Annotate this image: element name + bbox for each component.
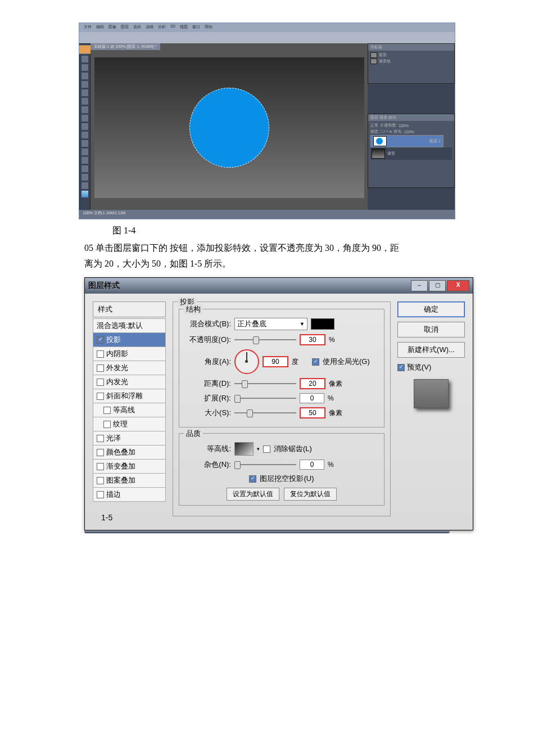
checkbox-icon[interactable] — [97, 463, 104, 470]
style-inner-shadow[interactable]: 内阴影 — [93, 347, 166, 361]
marquee-tool-icon — [82, 56, 88, 62]
quality-group: 品质 等高线: ▾ 消除锯齿(L) 杂色(N): — [179, 433, 384, 506]
dialog-buttons: 确定 取消 新建样式(W)... 预览(V) — [397, 302, 465, 522]
style-bevel-emboss[interactable]: 斜面和浮雕 — [93, 389, 166, 403]
menu-item: 文件 — [84, 24, 92, 31]
panels-column: 导航器 前景 背景色 图层 通道 路径 正常 不透明度: 100% — [368, 43, 455, 212]
style-blending-options[interactable]: 混合选项:默认 — [93, 318, 166, 333]
paragraph: 05 单击图层窗口下的 按钮，添加投影特效，设置不透亮度为 30，角度为 90，… — [84, 240, 450, 256]
brush-tool-icon — [82, 98, 88, 105]
shadow-group: 投影 结构 混合模式(B): 正片叠底 ▼ — [173, 302, 391, 516]
chevron-down-icon[interactable]: ▾ — [257, 446, 260, 452]
style-list: 样式 混合选项:默认 投影 内阴影 外发光 内发光 斜面和浮雕 等高线 纹理 光… — [93, 302, 166, 522]
blend-mode: 正常 — [370, 123, 378, 128]
spread-input[interactable]: 0 — [300, 393, 324, 403]
angle-dial[interactable] — [234, 349, 259, 374]
style-drop-shadow[interactable]: 投影 — [93, 333, 166, 347]
style-stroke[interactable]: 描边 — [93, 488, 166, 502]
checkbox-icon[interactable] — [97, 350, 104, 358]
checkbox-icon[interactable] — [97, 449, 104, 456]
checkbox-icon[interactable] — [103, 407, 111, 414]
eraser-tool-icon — [82, 115, 88, 122]
figure-label-1-5: 1-5 — [101, 513, 112, 522]
photoshop-screenshot-1: 文件 编辑 图像 图层 选择 滤镜 分析 3D 视图 窗口 帮助 — [79, 22, 455, 219]
checkbox-icon[interactable] — [97, 491, 104, 498]
lasso-tool-icon — [82, 64, 88, 71]
blend-mode-row: 混合模式(B): 正片叠底 ▼ — [185, 318, 378, 330]
style-contour[interactable]: 等高线 — [93, 403, 166, 417]
knockout-checkbox[interactable] — [249, 475, 256, 483]
stamp-tool-icon — [82, 106, 88, 113]
pen-tool-icon — [82, 140, 88, 147]
spread-label: 扩展(R): — [185, 393, 231, 403]
minimize-button[interactable]: – — [411, 280, 428, 291]
noise-slider[interactable] — [234, 464, 296, 465]
size-label: 大小(S): — [185, 408, 231, 418]
layer-row: 图层 1 — [370, 135, 444, 147]
close-button[interactable]: X — [447, 280, 469, 291]
style-inner-glow[interactable]: 内发光 — [93, 375, 166, 389]
dialog-title: 图层样式 — [88, 281, 120, 291]
style-pattern-overlay[interactable]: 图案叠加 — [93, 474, 166, 488]
unit-percent: % — [328, 394, 345, 402]
size-input[interactable]: 50 — [300, 407, 325, 418]
angle-input[interactable]: 90 — [263, 356, 288, 367]
titlebar: 图层样式 – ▢ X — [85, 278, 473, 294]
gradient-tool-icon — [82, 123, 88, 130]
style-list-header: 样式 — [93, 302, 166, 317]
menu-item: 帮助 — [205, 24, 212, 31]
blur-tool-icon — [82, 132, 88, 138]
style-satin[interactable]: 光泽 — [93, 431, 166, 446]
checkbox-icon[interactable] — [97, 477, 104, 484]
contour-picker[interactable] — [234, 442, 254, 456]
blend-mode-select[interactable]: 正片叠底 ▼ — [234, 318, 307, 330]
global-light-checkbox[interactable] — [312, 358, 319, 366]
checkbox-icon[interactable] — [97, 435, 104, 442]
opacity-slider[interactable] — [234, 339, 296, 340]
checkbox-icon[interactable] — [97, 393, 104, 400]
shadow-color-swatch[interactable] — [311, 318, 334, 330]
knockout-row: 图层挖空投影(U) — [185, 474, 378, 484]
menu-item: 3D — [170, 24, 175, 31]
color-swatch-icon — [82, 191, 88, 197]
angle-label: 角度(A): — [185, 357, 231, 367]
layer-style-dialog-screenshot: 图层样式 – ▢ X 样式 混合选项:默认 投影 内阴影 外发光 内发光 斜面和… — [84, 277, 450, 533]
noise-row: 杂色(N): 0 % — [185, 460, 378, 470]
distance-row: 距离(D): 20 像素 — [185, 378, 378, 389]
noise-label: 杂色(N): — [185, 460, 231, 470]
checkbox-icon[interactable] — [97, 364, 104, 372]
reset-default-button[interactable]: 复位为默认值 — [284, 488, 337, 501]
style-color-overlay[interactable]: 颜色叠加 — [93, 446, 166, 460]
checkbox-icon[interactable] — [97, 336, 104, 344]
shape-tool-icon — [82, 165, 88, 172]
style-texture[interactable]: 纹理 — [93, 417, 166, 431]
drop-shadow-settings: 投影 结构 混合模式(B): 正片叠底 ▼ — [173, 302, 391, 522]
cancel-button[interactable]: 取消 — [397, 322, 465, 338]
preview-checkbox[interactable] — [397, 364, 405, 371]
distance-slider[interactable] — [234, 383, 296, 384]
distance-input[interactable]: 20 — [300, 378, 325, 389]
noise-input[interactable]: 0 — [300, 460, 324, 470]
opacity-label: 不透明度: — [380, 123, 397, 128]
checkbox-icon[interactable] — [103, 421, 111, 428]
new-style-button[interactable]: 新建样式(W)... — [397, 342, 465, 358]
style-gradient-overlay[interactable]: 渐变叠加 — [93, 460, 166, 474]
set-default-button[interactable]: 设置为默认值 — [227, 488, 279, 501]
paragraph-line: 离为 20，大小为 50，如图 1-5 所示。 — [84, 259, 231, 268]
path-tool-icon — [82, 157, 88, 164]
spread-row: 扩展(R): 0 % — [185, 393, 378, 403]
checkbox-icon[interactable] — [97, 379, 104, 386]
maximize-button[interactable]: ▢ — [429, 280, 446, 291]
menu-item: 滤镜 — [146, 24, 153, 31]
preview-label: 预览(V) — [407, 362, 431, 372]
unit-percent: % — [329, 336, 346, 344]
size-slider[interactable] — [234, 412, 296, 413]
zoom-tool-icon — [82, 182, 88, 189]
antialias-checkbox[interactable] — [263, 446, 270, 453]
style-outer-glow[interactable]: 外发光 — [93, 361, 166, 375]
eyedropper-tool-icon — [82, 89, 88, 96]
ok-button[interactable]: 确定 — [397, 302, 465, 317]
layer-thumb-icon — [373, 136, 387, 146]
opacity-input[interactable]: 30 — [300, 334, 325, 345]
spread-slider[interactable] — [234, 398, 296, 399]
